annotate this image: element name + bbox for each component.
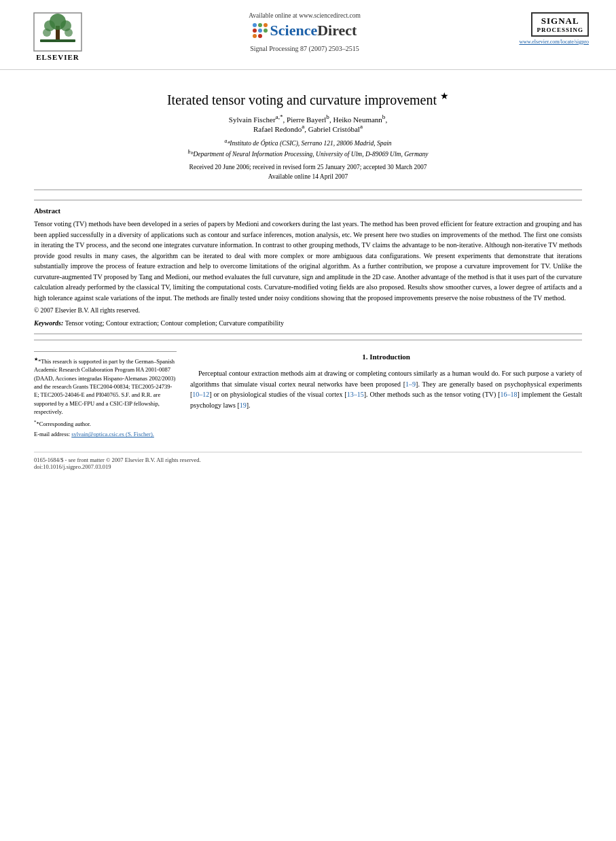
svg-point-5 bbox=[43, 29, 51, 37]
available-online-paper: Available online 14 April 2007 bbox=[268, 173, 348, 180]
sp-signal-label: SIGNAL bbox=[537, 16, 583, 26]
title-section: Iterated tensor voting and curvature imp… bbox=[34, 90, 582, 181]
elsevier-logo: ELSEVIER bbox=[27, 12, 88, 61]
corresponding-author-line: **Corresponding author. bbox=[34, 418, 177, 428]
section-number: 1. bbox=[362, 353, 367, 361]
available-online-text: Available online at www.sciencedirect.co… bbox=[249, 12, 361, 19]
received-dates: Received 20 June 2006; received in revis… bbox=[34, 162, 582, 182]
star-symbol-icon: ★ bbox=[440, 91, 449, 101]
email-line: E-mail address: sylvain@optica.csic.es (… bbox=[34, 430, 177, 438]
ref-13-15: 13–15 bbox=[347, 391, 364, 398]
star-note-text: *This research is supported in part by t… bbox=[34, 358, 175, 415]
doi-line: doi:10.1016/j.sigpro.2007.03.019 bbox=[34, 463, 582, 470]
issn-line: 0165-1684/$ - see front matter © 2007 El… bbox=[34, 457, 582, 463]
center-header: Available online at www.sciencedirect.co… bbox=[88, 12, 521, 52]
affiliation-a: ᵃInstituto de Óptica (CSIC), Serrano 121… bbox=[227, 140, 391, 147]
sp-processing-label: PROCESSING bbox=[537, 26, 583, 33]
intro-paragraph-1: Perceptual contour extraction methods ai… bbox=[190, 368, 582, 410]
sciencedirect-dots-icon bbox=[253, 23, 268, 38]
divider-1 bbox=[34, 190, 582, 190]
right-column: 1. Introduction Perceptual contour extra… bbox=[190, 351, 582, 440]
ref-16-18: 16–18 bbox=[501, 391, 518, 398]
main-content: Iterated tensor voting and curvature imp… bbox=[0, 70, 616, 477]
sciencedirect-text: ScienceDirect bbox=[270, 22, 357, 39]
bottom-bar: 0165-1684/$ - see front matter © 2007 El… bbox=[34, 452, 582, 470]
footnote-star-text: ★*This research is supported in part by … bbox=[34, 356, 177, 416]
abstract-text: Tensor voting (TV) methods have been dev… bbox=[34, 219, 582, 303]
ref-1-9: 1–9 bbox=[405, 380, 416, 388]
section-title: 1. Introduction bbox=[190, 351, 582, 363]
sp-box: SIGNAL PROCESSING bbox=[531, 12, 589, 37]
section-title-text: Introduction bbox=[369, 353, 410, 361]
affiliations: aᵃInstituto de Óptica (CSIC), Serrano 12… bbox=[34, 137, 582, 160]
header-top: ELSEVIER Available online at www.science… bbox=[27, 12, 589, 61]
authors: Sylvain Fischera,*, Pierre Bayerlb, Heik… bbox=[34, 113, 582, 133]
abstract-title: Abstract bbox=[34, 207, 582, 215]
page: ELSEVIER Available online at www.science… bbox=[0, 0, 616, 841]
sciencedirect-logo: ScienceDirect bbox=[253, 22, 357, 39]
keywords-label: Keywords: bbox=[34, 319, 63, 327]
left-column: ★*This research is supported in part by … bbox=[34, 351, 177, 440]
svg-point-6 bbox=[65, 29, 73, 37]
corresponding-label: *Corresponding author. bbox=[37, 420, 91, 427]
footnote-block: ★*This research is supported in part by … bbox=[34, 351, 177, 438]
two-column-layout: ★*This research is supported in part by … bbox=[34, 351, 582, 440]
paper-title: Iterated tensor voting and curvature imp… bbox=[34, 90, 582, 108]
header: ELSEVIER Available online at www.science… bbox=[0, 0, 616, 70]
email-link[interactable]: sylvain@optica.csic.es (S. Fischer). bbox=[71, 431, 154, 437]
keywords-text: Tensor voting; Contour extraction; Conto… bbox=[65, 319, 284, 327]
svg-rect-0 bbox=[40, 39, 75, 42]
sp-website[interactable]: www.elsevier.com/locate/sigpro bbox=[519, 39, 589, 45]
received-text: Received 20 June 2006; received in revis… bbox=[189, 164, 427, 171]
journal-info: Signal Processing 87 (2007) 2503–2515 bbox=[250, 45, 359, 52]
ref-19: 19 bbox=[240, 401, 247, 409]
affiliation-b: ᵇDepartment of Neural Information Proces… bbox=[190, 151, 428, 158]
signal-processing-logo: SIGNAL PROCESSING www.elsevier.com/locat… bbox=[521, 12, 589, 45]
email-label: E-mail address: bbox=[34, 431, 70, 437]
keywords-line: Keywords: Tensor voting; Contour extract… bbox=[34, 319, 582, 327]
elsevier-label: ELSEVIER bbox=[36, 53, 79, 61]
ref-10-12: 10–12 bbox=[192, 391, 209, 398]
paper-title-text: Iterated tensor voting and curvature imp… bbox=[167, 92, 437, 107]
divider-2 bbox=[34, 340, 582, 340]
elsevier-tree-icon bbox=[33, 12, 82, 52]
copyright-text: © 2007 Elsevier B.V. All rights reserved… bbox=[34, 307, 582, 314]
abstract-section: Abstract Tensor voting (TV) methods have… bbox=[34, 200, 582, 334]
introduction-text: Perceptual contour extraction methods ai… bbox=[190, 368, 582, 410]
